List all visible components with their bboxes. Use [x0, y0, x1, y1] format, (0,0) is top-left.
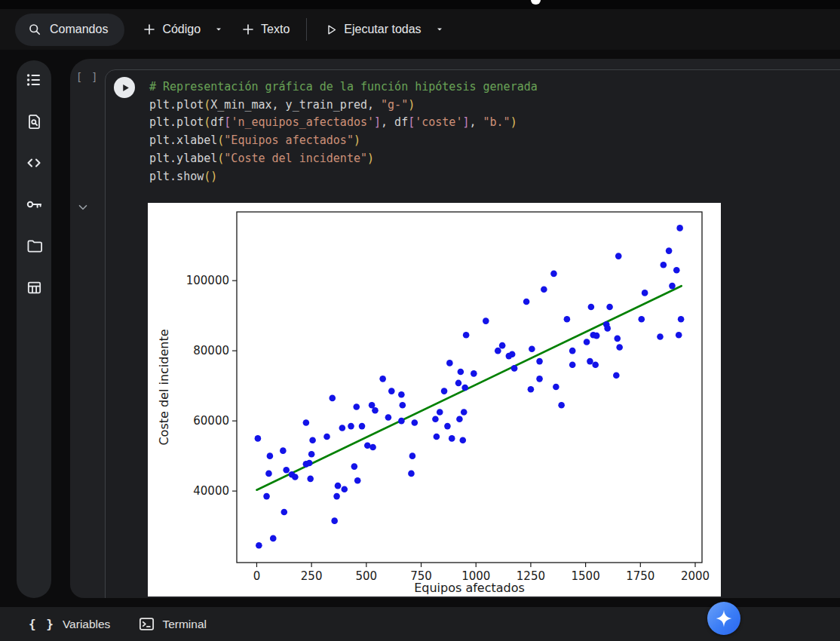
terminal-label: Terminal	[162, 618, 207, 631]
scatter-point	[495, 348, 501, 354]
x-tick-label: 250	[301, 569, 323, 583]
scatter-point	[280, 447, 287, 454]
y-tick-label: 80000	[193, 344, 229, 357]
run-all-button[interactable]: Ejecutar todas	[325, 23, 443, 36]
braces-icon: { }	[29, 617, 55, 631]
command-palette-label: Comandos	[50, 23, 108, 36]
variables-label: Variables	[63, 618, 110, 631]
x-tick-label: 1750	[626, 569, 655, 583]
scatter-point	[642, 290, 648, 296]
left-sidebar-rail	[17, 60, 51, 598]
x-tick-label: 2000	[681, 569, 710, 583]
scatter-point	[441, 388, 448, 394]
scatter-point	[270, 535, 277, 542]
scatter-point	[459, 437, 466, 443]
scatter-point	[529, 346, 535, 353]
scatter-point	[434, 434, 440, 440]
code-line: plt.xlabel("Equipos afectados")	[149, 132, 828, 150]
scatter-point	[329, 395, 336, 402]
scatter-point	[456, 416, 463, 423]
scatter-point	[263, 493, 270, 500]
collapse-output-button[interactable]	[76, 201, 90, 214]
scatter-point	[306, 460, 313, 467]
variables-panel-button[interactable]: { } Variables	[29, 617, 110, 631]
sidebar-item-files[interactable]	[25, 237, 43, 255]
command-palette-button[interactable]: Comandos	[15, 14, 124, 46]
scatter-point	[309, 437, 316, 443]
run-all-label: Ejecutar todas	[344, 23, 421, 36]
x-tick-label: 500	[356, 569, 378, 583]
plus-icon	[143, 23, 156, 36]
code-line: plt.ylabel("Coste del incidente")	[149, 150, 828, 168]
scatter-point	[584, 339, 590, 345]
scatter-point	[354, 477, 361, 484]
scatter-point	[461, 385, 468, 391]
sidebar-item-snippets[interactable]	[25, 154, 43, 172]
chevron-down-icon[interactable]	[435, 25, 444, 34]
secrets-key-icon	[25, 195, 43, 213]
scatter-point	[669, 283, 676, 290]
scatter-point	[661, 262, 667, 268]
add-code-label: Código	[162, 23, 201, 36]
cell-execution-count: [ ]	[76, 71, 99, 83]
notebook-toolbar: Comandos Código Texto Ejecutar todas	[0, 9, 840, 50]
scatter-point	[408, 471, 415, 477]
code-line: plt.show()	[149, 168, 828, 186]
scatter-point	[569, 361, 576, 368]
table-of-contents-icon	[25, 71, 43, 89]
sidebar-item-secrets[interactable]	[25, 195, 43, 213]
scatter-point	[281, 509, 288, 516]
x-tick-label: 1500	[572, 569, 600, 583]
gemini-spark-button[interactable]	[707, 602, 740, 635]
scatter-point	[587, 358, 593, 365]
scatter-point	[541, 286, 547, 293]
scatter-point	[592, 361, 599, 368]
scatter-point	[536, 358, 543, 365]
scatter-point	[385, 414, 392, 421]
scatter-point	[283, 467, 290, 474]
scatter-point	[339, 425, 346, 431]
scatter-point	[528, 386, 535, 393]
find-replace-icon	[26, 113, 43, 130]
scatter-point	[463, 332, 470, 339]
sidebar-item-toc[interactable]	[25, 71, 43, 89]
scatter-point	[364, 442, 371, 449]
scatter-point	[613, 372, 620, 379]
code-line: # Representación gráfica de la función h…	[149, 78, 828, 97]
scatter-point	[606, 304, 613, 311]
window-top-strip	[0, 0, 840, 9]
add-code-cell-button[interactable]: Código	[143, 23, 223, 36]
scatter-point	[379, 376, 386, 382]
scatter-point	[657, 333, 664, 340]
sidebar-item-find-replace[interactable]	[25, 112, 43, 130]
search-icon	[27, 22, 42, 37]
code-editor[interactable]: # Representación gráfica de la función h…	[149, 78, 828, 186]
sidebar-item-data-table[interactable]	[25, 278, 43, 296]
terminal-icon	[139, 617, 155, 631]
scatter-point	[666, 247, 673, 254]
scatter-point	[449, 435, 455, 442]
play-outline-icon	[325, 23, 338, 36]
add-text-cell-button[interactable]: Texto	[241, 23, 290, 36]
terminal-panel-button[interactable]: Terminal	[139, 617, 207, 631]
y-tick-label: 100000	[186, 274, 229, 287]
scatter-point	[400, 402, 406, 409]
scatter-point	[303, 419, 310, 426]
y-tick-label: 60000	[193, 414, 229, 428]
scatter-point	[333, 493, 340, 500]
scatter-point	[483, 317, 489, 324]
scatter-point	[444, 423, 451, 430]
scatter-point	[369, 444, 376, 451]
chevron-down-icon[interactable]	[214, 25, 223, 34]
chevron-down-icon	[76, 201, 90, 214]
scatter-point	[676, 332, 682, 339]
scatter-point	[412, 419, 418, 426]
scatter-point	[506, 353, 513, 360]
scatter-point	[558, 402, 565, 409]
notebook-canvas: [ ] # Representación gráfica de la funci…	[70, 59, 840, 598]
scatter-point	[638, 316, 645, 323]
scatter-point	[307, 476, 314, 483]
run-cell-button[interactable]	[114, 77, 135, 98]
scatter-point	[256, 542, 262, 549]
cell-output-area: 0250500750100012501500175020004000060000…	[148, 203, 721, 597]
